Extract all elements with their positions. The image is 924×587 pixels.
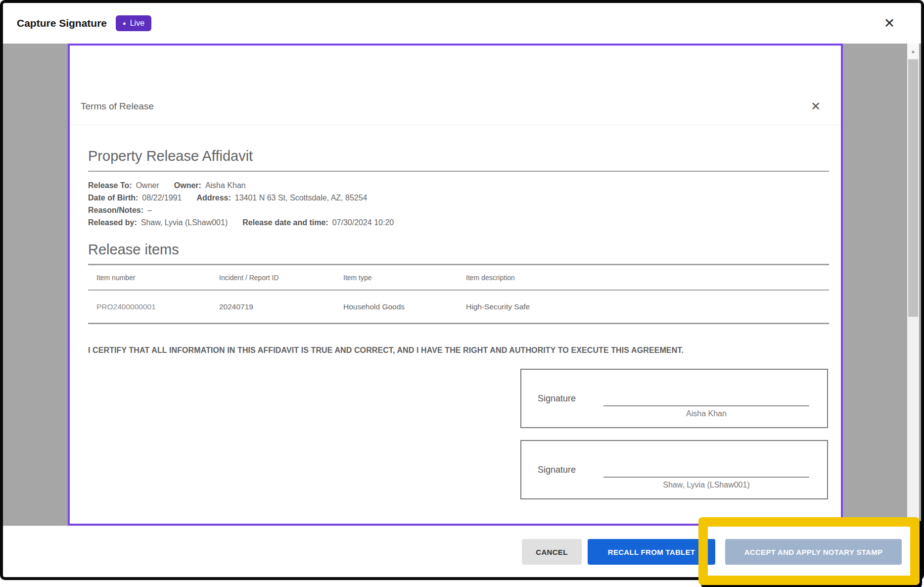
field-row: Released by:Shaw, Lyvia (LShaw001) Relea… xyxy=(88,216,829,229)
item-description-cell: High-Security Safe xyxy=(458,291,829,323)
field-value: 13401 N 63 St, Scottsdale, AZ, 85254 xyxy=(235,192,368,204)
vertical-scrollbar[interactable]: ▲ xyxy=(907,44,919,526)
screenshot-stage: Capture Signature ● Live ✕ Terms of Rele… xyxy=(0,0,924,587)
field-value: Owner xyxy=(136,179,159,192)
live-badge-label: Live xyxy=(130,19,144,28)
scroll-up-icon[interactable]: ▲ xyxy=(907,44,919,58)
signature-section: Signature Aisha Khan Signature Shaw, Lyv… xyxy=(520,369,828,499)
signature-line xyxy=(603,405,809,406)
field-label: Release date and time: xyxy=(242,216,328,229)
field-label: Address: xyxy=(196,192,231,204)
incident-id-cell: 20240719 xyxy=(211,291,335,323)
accept-apply-notary-stamp-button[interactable]: ACCEPT AND APPLY NOTARY STAMP xyxy=(725,539,902,565)
modal-close-icon[interactable]: ✕ xyxy=(879,13,899,33)
field-value: 07/30/2024 10:20 xyxy=(332,216,394,229)
live-badge: ● Live xyxy=(116,15,151,31)
column-header: Item number xyxy=(88,265,211,290)
signature-name: Aisha Khan xyxy=(603,409,809,418)
certification-statement: I CERTIFY THAT ALL INFORMATION IN THIS A… xyxy=(88,346,829,355)
modal-header: Capture Signature ● Live ✕ xyxy=(3,3,921,44)
terms-title: Terms of Release xyxy=(81,101,154,112)
signature-box-owner: Signature Aisha Khan xyxy=(520,369,828,428)
item-type-cell: Household Goods xyxy=(335,291,458,323)
terms-close-icon[interactable]: ✕ xyxy=(807,98,824,115)
table-row: PRO2400000001 20240719 Household Goods H… xyxy=(88,291,829,324)
document-viewer-area: Terms of Release ✕ Property Release Affi… xyxy=(3,44,921,526)
terms-header: Terms of Release ✕ xyxy=(70,46,841,125)
modal-title: Capture Signature xyxy=(17,17,107,29)
table-header-row: Item number Incident / Report ID Item ty… xyxy=(88,265,829,291)
signature-box-releaser: Signature Shaw, Lyvia (LShaw001) xyxy=(520,440,828,499)
affidavit-title: Property Release Affidavit xyxy=(88,148,829,172)
field-value: – xyxy=(147,204,152,216)
release-items-table: Item number Incident / Report ID Item ty… xyxy=(88,264,829,324)
field-label: Released by: xyxy=(88,216,137,229)
field-label: Reason/Notes: xyxy=(88,204,143,216)
signature-line xyxy=(603,477,809,478)
field-label: Release To: xyxy=(88,179,132,192)
column-header: Item type xyxy=(335,265,458,290)
field-value: Aisha Khan xyxy=(205,179,246,192)
field-row: Date of Birth:08/22/1991 Address:13401 N… xyxy=(88,192,829,204)
field-label: Owner: xyxy=(174,179,201,192)
field-label: Date of Birth: xyxy=(88,192,138,204)
action-bar: CANCEL RECALL FROM TABLET ACCEPT AND APP… xyxy=(3,526,921,577)
field-value: Shaw, Lyvia (LShaw001) xyxy=(141,216,228,229)
field-row: Reason/Notes:– xyxy=(88,204,829,216)
recall-from-tablet-button[interactable]: RECALL FROM TABLET xyxy=(588,539,715,565)
release-items-title: Release items xyxy=(88,242,829,258)
column-header: Incident / Report ID xyxy=(211,265,335,290)
signature-name: Shaw, Lyvia (LShaw001) xyxy=(603,481,809,489)
field-row: Release To:Owner Owner:Aisha Khan xyxy=(88,179,829,192)
signature-label: Signature xyxy=(538,393,576,404)
scrollbar-thumb[interactable] xyxy=(908,59,918,317)
field-value: 08/22/1991 xyxy=(142,192,182,204)
terms-document-panel: Terms of Release ✕ Property Release Affi… xyxy=(68,44,843,526)
signature-label: Signature xyxy=(538,465,576,475)
affidavit-document: Property Release Affidavit Release To:Ow… xyxy=(70,148,841,499)
affidavit-fields: Release To:Owner Owner:Aisha Khan Date o… xyxy=(88,179,829,229)
cancel-button[interactable]: CANCEL xyxy=(522,539,582,565)
live-dot-icon: ● xyxy=(123,21,126,26)
column-header: Item description xyxy=(458,265,829,290)
item-number-cell: PRO2400000001 xyxy=(88,291,211,323)
